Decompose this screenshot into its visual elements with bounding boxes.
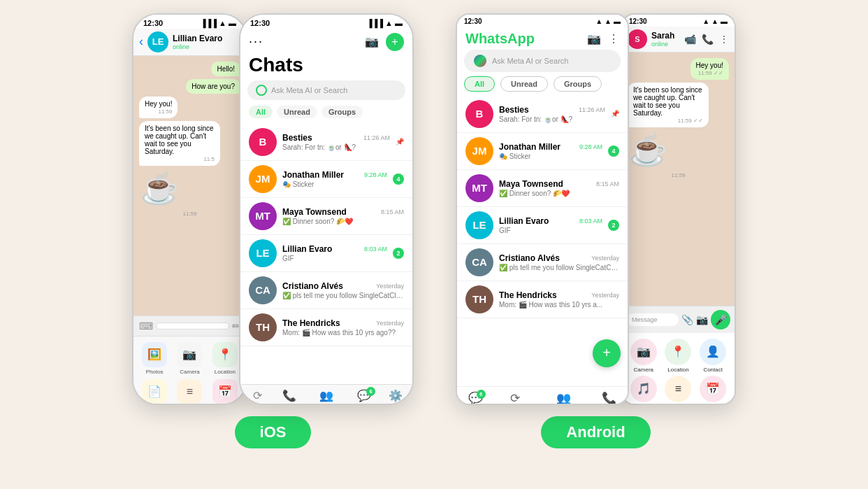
attach-event[interactable]: 📅 Event <box>697 376 729 405</box>
new-chat-button[interactable]: + <box>386 33 404 51</box>
android-tab-calls[interactable]: 📞 Calls <box>602 391 616 405</box>
chat-list-item[interactable]: MT Maya Townsend 8:15 AM ✅ Dinner soon? … <box>457 170 628 207</box>
attach-camera[interactable]: 📷 Camera <box>628 339 660 373</box>
chat-item-content: The Hendricks Yesterday Mom: 🎬 How was t… <box>282 318 404 336</box>
ios-search-bar[interactable]: Ask Meta AI or Search <box>247 80 405 100</box>
chat-item-content: Maya Townsend 8:15 AM ✅ Dinner soon? 🌮❤️ <box>282 207 404 225</box>
video-call-icon[interactable]: 📹 <box>684 34 696 45</box>
ios-attachments-grid: 🖼️ Photos 📷 Camera 📍 Location 📄 <box>133 336 246 405</box>
android-new-chat-fab[interactable]: + <box>593 339 621 367</box>
message-bubble: How are you? <box>186 79 240 94</box>
attach-poll[interactable]: ≡ Poll <box>174 379 205 405</box>
contact-name: Lillian Evaro <box>173 34 240 43</box>
attach-photos[interactable]: 🖼️ Photos <box>139 342 170 375</box>
communities-icon: 👥 <box>319 389 333 402</box>
chat-avatar: JM <box>249 165 277 193</box>
attach-icon[interactable]: 📎 <box>681 314 693 325</box>
chat-list-item[interactable]: MT Maya Townsend 8:15 AM ✅ Dinner soon? … <box>240 198 412 235</box>
attach-poll[interactable]: ≡ Poll <box>663 376 695 405</box>
ios-list-phone: 12:30 ▐▐▐ ▲ ▬ ··· 📷 + <box>239 13 414 405</box>
signal-icon: ▲ <box>702 17 709 25</box>
voice-call-icon[interactable]: 📞 <box>702 34 714 45</box>
attach-audio[interactable]: 🎵 Audio <box>628 376 660 405</box>
chat-item-content: Jonathan Miller 9:28 AM 🎭 Sticker <box>282 170 387 188</box>
android-filter-groups[interactable]: Groups <box>554 76 602 92</box>
camera-icon[interactable]: 📷 <box>696 314 708 325</box>
chat-list-item[interactable]: CA Cristiano Alvés Yesterday ✅ pls tell … <box>240 272 412 309</box>
tab-chats[interactable]: 💬 Chats 6 <box>356 389 371 405</box>
ios-chat-screen: ‹ LE Lillian Evaro online Hello! H <box>133 29 246 405</box>
attach-contact[interactable]: 👤 Contact <box>697 339 729 373</box>
chat-avatar: LE <box>465 211 493 239</box>
chat-list-item[interactable]: B Besties 11:26 AM Sarah: For tn: 🍵or 👠?… <box>457 96 628 133</box>
mic-button[interactable]: 🎤 <box>711 310 730 329</box>
android-message-input[interactable]: Message <box>626 313 679 326</box>
tab-updates[interactable]: ⟳ Updates <box>247 389 268 405</box>
chat-list-item[interactable]: B Besties 11:26 AM Sarah: For tn: 🍵or 👠?… <box>240 124 412 161</box>
chat-list-item[interactable]: TH The Hendricks Yesterday Mom: 🎬 How wa… <box>457 281 628 318</box>
chat-list-item[interactable]: LE Lillian Evaro 8:03 AM GIF 2 <box>240 235 412 272</box>
android-filter-unread[interactable]: Unread <box>500 76 548 92</box>
attach-event[interactable]: 📅 Event <box>210 379 240 405</box>
camera-icon[interactable]: 📷 <box>587 32 601 45</box>
chat-list-item[interactable]: JM Jonathan Miller 9:28 AM 🎭 Sticker 4 <box>457 133 628 170</box>
keyboard-icon[interactable]: ⌨ <box>139 320 153 332</box>
chat-list-item[interactable]: TH The Hendricks Yesterday Mom: 🎬 How wa… <box>240 309 412 346</box>
ios-header-icons: 📷 + <box>365 33 404 51</box>
filter-tab-all[interactable]: All <box>249 106 273 118</box>
ios-message-input[interactable] <box>156 323 229 329</box>
ios-chat-time: 12:30 <box>143 19 163 27</box>
ios-list-time: 12:30 <box>250 19 270 27</box>
ios-list-status-bar: 12:30 ▐▐▐ ▲ ▬ <box>240 15 412 29</box>
ios-list-header: ··· 📷 + <box>240 29 412 54</box>
chat-list-item[interactable]: CA Cristiano Alvés Yesterday ✅ pls tell … <box>457 244 628 281</box>
wifi-icon: ▲ <box>219 19 226 27</box>
tab-communities[interactable]: 👥 Communities <box>310 389 343 405</box>
android-chat-actions: 📹 📞 ⋮ <box>684 34 729 45</box>
search-meta-icon <box>256 85 267 96</box>
chat-header-info: Lillian Evaro online <box>173 34 240 50</box>
android-filter-all[interactable]: All <box>464 76 495 92</box>
more-options-button[interactable]: ··· <box>249 34 263 49</box>
chat-list-item[interactable]: LE Lillian Evaro 8:03 AM GIF 2 <box>457 207 628 244</box>
android-label: Android <box>541 416 650 448</box>
ios-chat-list: B Besties 11:26 AM Sarah: For tn: 🍵or 👠?… <box>240 124 412 384</box>
attach-location[interactable]: 📍 Location <box>663 339 695 373</box>
calls-icon: 📞 <box>282 389 296 402</box>
android-tab-communities[interactable]: 👥 Communities <box>547 391 580 405</box>
chat-avatar: CA <box>465 248 493 276</box>
contact-name: Sarah <box>651 31 680 41</box>
more-options-icon[interactable]: ⋮ <box>608 32 619 45</box>
ios-phones-row: 12:30 ▐▐▐ ▲ ▬ ‹ LE Lillian Evaro <box>132 13 414 405</box>
chat-item-content: Besties 11:26 AM Sarah: For tn: 🍵or 👠? <box>282 133 390 151</box>
chats-title: Chats <box>240 54 412 80</box>
back-button[interactable]: ‹ <box>139 34 143 49</box>
filter-tab-groups[interactable]: Groups <box>321 106 363 118</box>
ios-list-screen: ··· 📷 + Chats Ask Meta AI or Search <box>240 29 412 405</box>
android-tab-updates[interactable]: ⟳ Updates <box>505 391 526 405</box>
ios-search-placeholder: Ask Meta AI or Search <box>271 86 347 94</box>
contact-avatar: S <box>628 29 647 49</box>
ios-filter-tabs: All Unread Groups <box>240 106 412 124</box>
tab-calls[interactable]: 📞 Calls <box>282 389 296 405</box>
attach-document[interactable]: 📄 Document <box>139 379 170 405</box>
ios-chat-phone: 12:30 ▐▐▐ ▲ ▬ ‹ LE Lillian Evaro <box>132 13 247 405</box>
attach-camera[interactable]: 📷 Camera <box>174 342 205 375</box>
android-tab-chats[interactable]: 💬 Chats 6 <box>468 391 483 405</box>
tab-settings[interactable]: ⚙️ Settings <box>385 389 405 405</box>
battery-icon: ▬ <box>229 19 236 27</box>
unread-badge: 4 <box>393 173 404 185</box>
message-bubble: It's been so long since we caught up. Ca… <box>628 83 709 127</box>
wifi-icon: ▲ <box>711 17 718 25</box>
camera-icon[interactable]: 📷 <box>365 35 379 48</box>
wifi-icon: ▲ <box>605 17 612 25</box>
attach-location[interactable]: 📍 Location <box>210 342 240 375</box>
chat-avatar: TH <box>249 313 277 341</box>
ios-platform-group: 12:30 ▐▐▐ ▲ ▬ ‹ LE Lillian Evaro <box>132 13 414 448</box>
android-attachments-row: 📷 Camera 📍 Location 👤 Contact 🎵 <box>622 333 735 405</box>
more-options-icon[interactable]: ⋮ <box>719 34 729 45</box>
settings-icon: ⚙️ <box>389 389 403 402</box>
filter-tab-unread[interactable]: Unread <box>277 106 317 118</box>
android-search-bar[interactable]: Ask Meta AI or Search <box>464 50 621 72</box>
chat-list-item[interactable]: JM Jonathan Miller 9:28 AM 🎭 Sticker 4 <box>240 161 412 198</box>
